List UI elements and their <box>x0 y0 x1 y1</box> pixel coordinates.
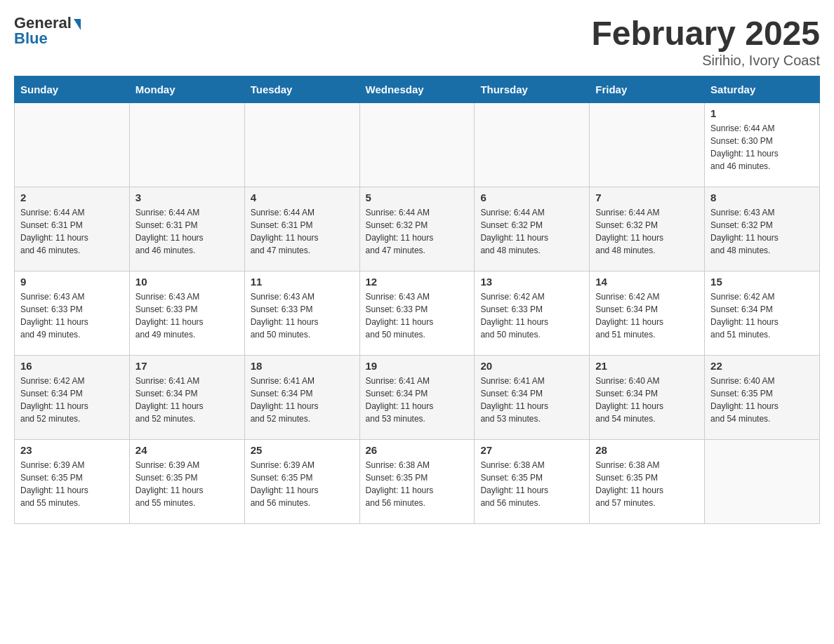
calendar-body: 1Sunrise: 6:44 AM Sunset: 6:30 PM Daylig… <box>15 103 820 524</box>
day-info: Sunrise: 6:42 AM Sunset: 6:34 PM Dayligh… <box>20 375 124 425</box>
day-cell: 7Sunrise: 6:44 AM Sunset: 6:32 PM Daylig… <box>590 187 705 271</box>
day-info: Sunrise: 6:41 AM Sunset: 6:34 PM Dayligh… <box>366 375 469 425</box>
day-info: Sunrise: 6:43 AM Sunset: 6:33 PM Dayligh… <box>366 290 469 341</box>
location: Sirihio, Ivory Coast <box>591 53 820 69</box>
month-title: February 2025 <box>591 14 820 53</box>
day-cell: 21Sunrise: 6:40 AM Sunset: 6:34 PM Dayli… <box>590 356 705 440</box>
day-info: Sunrise: 6:40 AM Sunset: 6:34 PM Dayligh… <box>595 375 699 425</box>
day-info: Sunrise: 6:39 AM Sunset: 6:35 PM Dayligh… <box>20 459 124 509</box>
header-sunday: Sunday <box>15 76 130 103</box>
day-number: 4 <box>251 192 354 203</box>
day-cell: 1Sunrise: 6:44 AM Sunset: 6:30 PM Daylig… <box>705 103 820 187</box>
day-info: Sunrise: 6:42 AM Sunset: 6:34 PM Dayligh… <box>595 290 699 341</box>
header-thursday: Thursday <box>475 76 590 103</box>
week-row-3: 9Sunrise: 6:43 AM Sunset: 6:33 PM Daylig… <box>15 271 820 356</box>
day-cell: 10Sunrise: 6:43 AM Sunset: 6:33 PM Dayli… <box>129 271 244 356</box>
week-row-1: 1Sunrise: 6:44 AM Sunset: 6:30 PM Daylig… <box>15 103 820 187</box>
day-number: 3 <box>135 192 239 203</box>
day-number: 9 <box>20 276 124 288</box>
day-number: 11 <box>251 276 354 288</box>
day-number: 12 <box>366 276 469 288</box>
weekday-row: Sunday Monday Tuesday Wednesday Thursday… <box>15 76 820 103</box>
day-number: 2 <box>20 192 124 203</box>
day-cell: 22Sunrise: 6:40 AM Sunset: 6:35 PM Dayli… <box>705 356 820 440</box>
day-info: Sunrise: 6:42 AM Sunset: 6:33 PM Dayligh… <box>480 290 583 341</box>
day-cell <box>705 440 820 524</box>
logo-blue-text: Blue <box>14 29 48 48</box>
day-cell: 19Sunrise: 6:41 AM Sunset: 6:34 PM Dayli… <box>359 356 475 440</box>
day-info: Sunrise: 6:39 AM Sunset: 6:35 PM Dayligh… <box>251 459 354 509</box>
day-cell <box>129 103 244 187</box>
calendar-table: Sunday Monday Tuesday Wednesday Thursday… <box>14 76 820 524</box>
day-number: 16 <box>20 360 124 372</box>
calendar-header: Sunday Monday Tuesday Wednesday Thursday… <box>15 76 820 103</box>
day-cell <box>475 103 590 187</box>
day-cell: 4Sunrise: 6:44 AM Sunset: 6:31 PM Daylig… <box>244 187 359 271</box>
day-number: 23 <box>20 444 124 456</box>
logo-arrow-icon <box>74 19 81 30</box>
week-row-2: 2Sunrise: 6:44 AM Sunset: 6:31 PM Daylig… <box>15 187 820 271</box>
day-cell: 16Sunrise: 6:42 AM Sunset: 6:34 PM Dayli… <box>15 356 130 440</box>
day-number: 20 <box>480 360 583 372</box>
day-number: 8 <box>710 192 814 203</box>
day-number: 27 <box>480 444 583 456</box>
day-number: 6 <box>480 192 583 203</box>
day-cell: 26Sunrise: 6:38 AM Sunset: 6:35 PM Dayli… <box>359 440 475 524</box>
day-info: Sunrise: 6:43 AM Sunset: 6:32 PM Dayligh… <box>710 206 814 257</box>
header-monday: Monday <box>129 76 244 103</box>
day-number: 19 <box>366 360 469 372</box>
day-cell: 11Sunrise: 6:43 AM Sunset: 6:33 PM Dayli… <box>244 271 359 356</box>
day-info: Sunrise: 6:41 AM Sunset: 6:34 PM Dayligh… <box>480 375 583 425</box>
day-number: 26 <box>366 444 469 456</box>
day-cell: 17Sunrise: 6:41 AM Sunset: 6:34 PM Dayli… <box>129 356 244 440</box>
day-info: Sunrise: 6:43 AM Sunset: 6:33 PM Dayligh… <box>20 290 124 341</box>
day-cell <box>244 103 359 187</box>
day-info: Sunrise: 6:39 AM Sunset: 6:35 PM Dayligh… <box>135 459 239 509</box>
day-number: 28 <box>595 444 699 456</box>
header-saturday: Saturday <box>705 76 820 103</box>
day-cell <box>15 103 130 187</box>
day-info: Sunrise: 6:44 AM Sunset: 6:32 PM Dayligh… <box>480 206 583 257</box>
day-cell <box>590 103 705 187</box>
day-info: Sunrise: 6:40 AM Sunset: 6:35 PM Dayligh… <box>710 375 814 425</box>
day-number: 7 <box>595 192 699 203</box>
day-number: 22 <box>710 360 814 372</box>
page-header: General Blue February 2025 Sirihio, Ivor… <box>14 14 820 69</box>
day-cell: 15Sunrise: 6:42 AM Sunset: 6:34 PM Dayli… <box>705 271 820 356</box>
week-row-4: 16Sunrise: 6:42 AM Sunset: 6:34 PM Dayli… <box>15 356 820 440</box>
day-info: Sunrise: 6:38 AM Sunset: 6:35 PM Dayligh… <box>366 459 469 509</box>
logo: General Blue <box>14 14 81 48</box>
day-cell: 5Sunrise: 6:44 AM Sunset: 6:32 PM Daylig… <box>359 187 475 271</box>
header-tuesday: Tuesday <box>244 76 359 103</box>
day-cell: 2Sunrise: 6:44 AM Sunset: 6:31 PM Daylig… <box>15 187 130 271</box>
day-info: Sunrise: 6:43 AM Sunset: 6:33 PM Dayligh… <box>135 290 239 341</box>
day-number: 5 <box>366 192 469 203</box>
day-number: 14 <box>595 276 699 288</box>
day-cell: 23Sunrise: 6:39 AM Sunset: 6:35 PM Dayli… <box>15 440 130 524</box>
day-cell: 14Sunrise: 6:42 AM Sunset: 6:34 PM Dayli… <box>590 271 705 356</box>
day-cell: 13Sunrise: 6:42 AM Sunset: 6:33 PM Dayli… <box>475 271 590 356</box>
header-wednesday: Wednesday <box>359 76 475 103</box>
day-info: Sunrise: 6:42 AM Sunset: 6:34 PM Dayligh… <box>710 290 814 341</box>
day-info: Sunrise: 6:43 AM Sunset: 6:33 PM Dayligh… <box>251 290 354 341</box>
week-row-5: 23Sunrise: 6:39 AM Sunset: 6:35 PM Dayli… <box>15 440 820 524</box>
day-cell: 12Sunrise: 6:43 AM Sunset: 6:33 PM Dayli… <box>359 271 475 356</box>
day-cell: 27Sunrise: 6:38 AM Sunset: 6:35 PM Dayli… <box>475 440 590 524</box>
day-info: Sunrise: 6:41 AM Sunset: 6:34 PM Dayligh… <box>135 375 239 425</box>
day-info: Sunrise: 6:44 AM Sunset: 6:31 PM Dayligh… <box>135 206 239 257</box>
day-cell: 3Sunrise: 6:44 AM Sunset: 6:31 PM Daylig… <box>129 187 244 271</box>
day-number: 10 <box>135 276 239 288</box>
day-info: Sunrise: 6:44 AM Sunset: 6:31 PM Dayligh… <box>20 206 124 257</box>
title-section: February 2025 Sirihio, Ivory Coast <box>591 14 820 69</box>
day-info: Sunrise: 6:44 AM Sunset: 6:30 PM Dayligh… <box>710 122 814 173</box>
day-info: Sunrise: 6:44 AM Sunset: 6:31 PM Dayligh… <box>251 206 354 257</box>
day-cell <box>359 103 475 187</box>
day-info: Sunrise: 6:38 AM Sunset: 6:35 PM Dayligh… <box>480 459 583 509</box>
day-info: Sunrise: 6:41 AM Sunset: 6:34 PM Dayligh… <box>251 375 354 425</box>
day-cell: 25Sunrise: 6:39 AM Sunset: 6:35 PM Dayli… <box>244 440 359 524</box>
day-number: 25 <box>251 444 354 456</box>
day-cell: 20Sunrise: 6:41 AM Sunset: 6:34 PM Dayli… <box>475 356 590 440</box>
day-number: 17 <box>135 360 239 372</box>
day-cell: 9Sunrise: 6:43 AM Sunset: 6:33 PM Daylig… <box>15 271 130 356</box>
day-number: 21 <box>595 360 699 372</box>
